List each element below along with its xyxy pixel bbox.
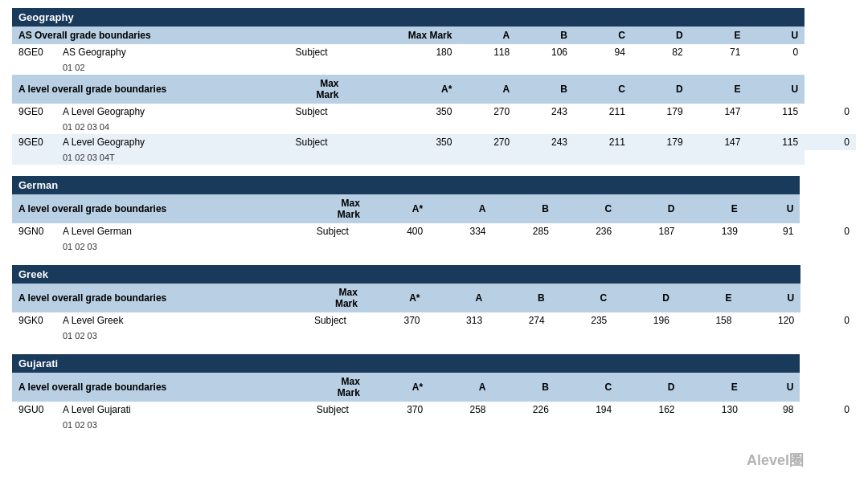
type-cell: Subject <box>308 312 364 329</box>
section-header-cell: A <box>458 75 516 104</box>
e-cell: 91 <box>744 223 800 239</box>
d-cell: 147 <box>690 134 747 150</box>
type-cell: Subject <box>310 223 366 239</box>
section-header-row: A level overall grade boundariesMax Mark… <box>12 284 856 312</box>
e-cell: 98 <box>744 402 800 418</box>
section-header-cell: E <box>690 27 747 44</box>
type-cell: Subject <box>289 44 346 60</box>
sub-code-row: 01 02 03 04T <box>12 150 856 165</box>
code-cell: 8GE0 <box>12 44 56 60</box>
section-header-cell: C <box>555 373 618 402</box>
e-cell: 120 <box>738 312 800 329</box>
maxmark-cell: 370 <box>366 402 429 418</box>
sub-code-cell: 01 02 03 <box>56 418 800 432</box>
section-header-cell: C <box>551 284 614 312</box>
subject-header: German <box>12 176 800 194</box>
u-cell: 0 <box>800 402 856 418</box>
a-cell: 285 <box>493 223 555 239</box>
section-header-cell: D <box>632 27 690 44</box>
a-cell: 243 <box>516 134 574 150</box>
section-header-cell: A level overall grade boundaries <box>12 75 289 104</box>
section-header-cell: A level overall grade boundaries <box>12 284 308 312</box>
astar-cell: 270 <box>458 134 516 150</box>
sub-code-cell: 01 02 03 <box>56 329 800 343</box>
name-cell: A Level Geography <box>56 134 289 150</box>
astar-cell: 270 <box>458 104 516 120</box>
section-header-cell: B <box>516 75 574 104</box>
e-cell: 115 <box>747 104 805 120</box>
subject-block: GreekA level overall grade boundariesMax… <box>12 265 856 343</box>
code-cell: 9GN0 <box>12 223 56 239</box>
section-header-cell: A* <box>364 284 427 312</box>
section-header-cell: C <box>574 75 632 104</box>
name-cell: A Level Greek <box>56 312 308 329</box>
u-cell: 0 <box>800 312 856 329</box>
table-row: 8GE0AS GeographySubject1801181069482710 <box>12 44 856 60</box>
section-header-cell: B <box>493 373 555 402</box>
astar-cell: 334 <box>429 223 492 239</box>
sub-code-row: 01 02 03 04 <box>12 120 856 134</box>
section-header-cell: AS Overall grade boundaries <box>12 27 346 44</box>
b-cell: 236 <box>555 223 618 239</box>
name-cell: AS Geography <box>56 44 289 60</box>
u-cell: 0 <box>747 44 805 60</box>
maxmark-cell: 350 <box>346 134 459 150</box>
maxmark-cell: 180 <box>346 44 459 60</box>
code-cell: 9GK0 <box>12 312 56 329</box>
watermark: Alevel圈 <box>747 451 804 470</box>
subject-block: GermanA level overall grade boundariesMa… <box>12 176 856 254</box>
section-header-cell: B <box>516 27 574 44</box>
d-cell: 82 <box>632 44 690 60</box>
section-header-cell: Max Mark <box>346 27 459 44</box>
a-cell: 118 <box>458 44 516 60</box>
section-header-cell: U <box>747 75 805 104</box>
code-cell: 9GE0 <box>12 134 56 150</box>
type-cell: Subject <box>310 402 366 418</box>
table-row: 9GN0A Level GermanSubject400334285236187… <box>12 223 856 239</box>
b-cell: 106 <box>516 44 574 60</box>
name-cell: A Level German <box>56 223 310 239</box>
section-header-cell: D <box>632 75 690 104</box>
maxmark-cell: 350 <box>346 104 459 120</box>
b-cell: 235 <box>551 312 614 329</box>
maxmark-cell: 400 <box>366 223 429 239</box>
section-header-cell: C <box>555 194 618 223</box>
a-cell: 226 <box>493 402 555 418</box>
section-header-cell: E <box>690 75 747 104</box>
sub-code-row: 01 02 03 <box>12 418 856 432</box>
section-header-cell: U <box>747 27 805 44</box>
section-header-cell: A <box>429 194 492 223</box>
c-cell: 196 <box>613 312 676 329</box>
section-header-row: AS Overall grade boundariesMax MarkABCDE… <box>12 27 856 44</box>
b-cell: 211 <box>574 134 632 150</box>
c-cell: 187 <box>618 223 681 239</box>
d-cell: 130 <box>682 402 744 418</box>
sub-code-row: 01 02 03 <box>12 329 856 343</box>
section-header-cell: E <box>676 284 739 312</box>
table-row: 9GK0A Level GreekSubject3703132742351961… <box>12 312 856 329</box>
sub-code-row: 01 02 <box>12 60 856 75</box>
section-header-cell: D <box>613 284 676 312</box>
sub-code-cell: 01 02 <box>56 60 747 75</box>
subject-block: GeographyAS Overall grade boundariesMax … <box>12 8 856 165</box>
u-cell: 0 <box>800 223 856 239</box>
section-header-cell: U <box>738 284 800 312</box>
c-cell: 162 <box>618 402 681 418</box>
sub-code-cell: 01 02 03 04T <box>56 150 805 165</box>
astar-cell: 258 <box>429 402 492 418</box>
table-row: 9GE0A Level GeographySubject350270243211… <box>12 104 856 120</box>
e-cell: 115 <box>747 134 805 150</box>
section-header-cell: A* <box>366 373 429 402</box>
section-header-cell: D <box>618 373 681 402</box>
table-row: 9GE0A Level GeographySubject350270243211… <box>12 134 856 150</box>
b-cell: 194 <box>555 402 618 418</box>
u-cell: 0 <box>805 134 856 150</box>
table-row: 9GU0A Level GujaratiSubject3702582261941… <box>12 402 856 418</box>
maxmark-cell: 370 <box>364 312 427 329</box>
type-cell: Subject <box>289 134 346 150</box>
subject-header: Greek <box>12 265 800 284</box>
section-header-cell: D <box>618 194 681 223</box>
name-cell: A Level Geography <box>56 104 289 120</box>
section-header-cell: A <box>458 27 516 44</box>
subject-block: GujaratiA level overall grade boundaries… <box>12 354 856 432</box>
